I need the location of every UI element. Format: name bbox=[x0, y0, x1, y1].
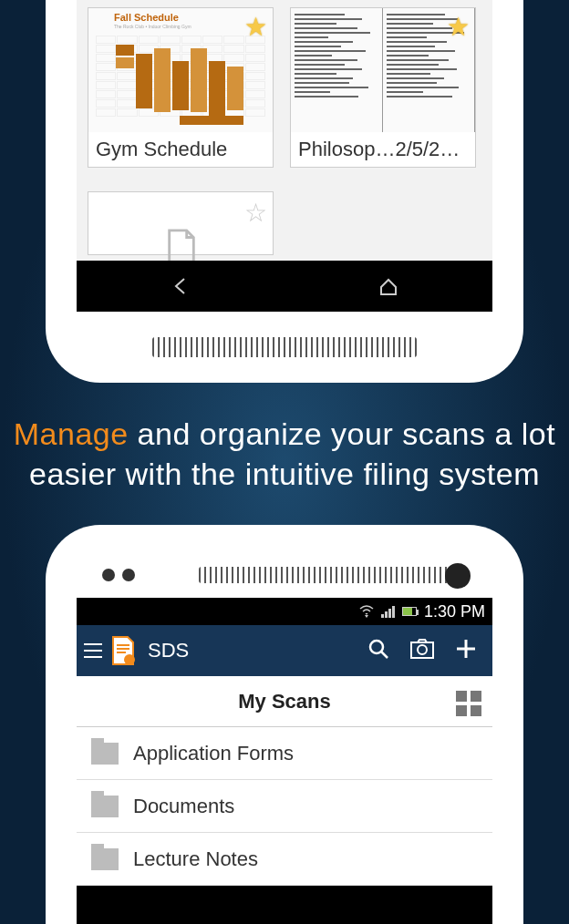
svg-point-4 bbox=[370, 641, 383, 653]
scan-thumbnail-empty[interactable]: ☆ bbox=[88, 191, 274, 255]
preview-subtitle: The Rock Club • Indoor Climbing Gym bbox=[114, 24, 191, 29]
grid-view-icon[interactable] bbox=[456, 691, 481, 716]
back-icon[interactable] bbox=[171, 276, 191, 296]
section-title: My Scans bbox=[238, 690, 331, 714]
star-icon[interactable]: ★ bbox=[244, 12, 267, 42]
signal-icon bbox=[381, 606, 395, 618]
folder-list: Application Forms Documents Lecture Note… bbox=[77, 727, 492, 886]
scan-preview-gym: Fall Schedule The Rock Club • Indoor Cli… bbox=[88, 8, 273, 132]
add-icon[interactable] bbox=[447, 638, 485, 663]
svg-rect-0 bbox=[117, 644, 129, 646]
android-nav-bar bbox=[77, 261, 492, 312]
top-screen: Fall Schedule The Rock Club • Indoor Cli… bbox=[77, 0, 492, 261]
battery-icon bbox=[402, 607, 417, 616]
folder-icon bbox=[91, 743, 119, 765]
phone-speaker bbox=[199, 567, 463, 583]
star-icon[interactable]: ☆ bbox=[244, 198, 267, 228]
phone-mock-top: Fall Schedule The Rock Club • Indoor Cli… bbox=[46, 0, 523, 383]
camera-icon[interactable] bbox=[403, 638, 441, 663]
svg-point-3 bbox=[124, 654, 135, 665]
status-time: 1:30 PM bbox=[424, 602, 485, 621]
folder-label: Application Forms bbox=[133, 742, 294, 765]
scan-title: Gym Schedule bbox=[88, 132, 273, 167]
thumbnail-grid: Fall Schedule The Rock Club • Indoor Cli… bbox=[88, 7, 481, 168]
scan-preview-notes: ★ bbox=[291, 8, 475, 132]
phone-speaker bbox=[152, 337, 417, 357]
bottom-screen: 1:30 PM SDS bbox=[77, 598, 492, 924]
folder-row[interactable]: Application Forms bbox=[77, 727, 492, 780]
marketing-headline: Manage and organize your scans a lot eas… bbox=[0, 414, 569, 494]
svg-point-7 bbox=[418, 645, 427, 654]
home-icon[interactable] bbox=[378, 276, 398, 296]
phone-camera bbox=[445, 563, 471, 589]
scan-thumbnail[interactable]: Fall Schedule The Rock Club • Indoor Cli… bbox=[88, 7, 274, 168]
folder-label: Lecture Notes bbox=[133, 847, 258, 871]
svg-line-5 bbox=[381, 652, 388, 658]
app-logo-icon bbox=[109, 635, 137, 666]
section-header: My Scans bbox=[77, 676, 492, 727]
folder-label: Documents bbox=[133, 795, 234, 818]
headline-highlight: Manage bbox=[14, 416, 129, 451]
search-icon[interactable] bbox=[359, 637, 398, 664]
folder-icon bbox=[91, 796, 119, 817]
app-title: SDS bbox=[148, 639, 354, 662]
folder-icon bbox=[91, 848, 119, 870]
svg-rect-1 bbox=[117, 648, 129, 650]
status-bar: 1:30 PM bbox=[77, 598, 492, 625]
folder-row[interactable]: Lecture Notes bbox=[77, 833, 492, 886]
preview-title: Fall Schedule bbox=[114, 12, 179, 23]
phone-sensor-dots bbox=[102, 569, 135, 581]
wifi-icon bbox=[359, 605, 374, 618]
folder-row[interactable]: Documents bbox=[77, 780, 492, 833]
menu-icon[interactable] bbox=[84, 643, 102, 658]
phone-mock-bottom: 1:30 PM SDS bbox=[46, 525, 523, 924]
page-icon bbox=[161, 229, 202, 263]
svg-rect-2 bbox=[117, 652, 126, 653]
scan-title: Philosop…2/5/2013 bbox=[291, 132, 475, 167]
star-icon[interactable]: ★ bbox=[447, 12, 470, 42]
app-bar: SDS bbox=[77, 625, 492, 676]
scan-thumbnail[interactable]: ★ Philosop…2/5/2013 bbox=[290, 7, 476, 168]
